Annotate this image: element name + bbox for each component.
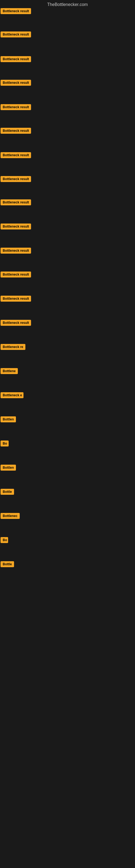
bottleneck-badge-22: Bottlenec <box>1 513 20 519</box>
bottleneck-result-4: Bottleneck result <box>1 80 31 87</box>
bottleneck-badge-17: Bottleneck e <box>1 392 24 398</box>
bottleneck-badge-2: Bottleneck result <box>1 31 31 37</box>
site-title: TheBottlenecker.com <box>0 0 135 8</box>
bottleneck-result-19: Bo <box>1 440 9 447</box>
bottleneck-result-18: Bottlen <box>1 416 16 424</box>
bottleneck-result-2: Bottleneck result <box>1 31 31 38</box>
bottleneck-result-1: Bottleneck result <box>1 8 31 15</box>
bottleneck-badge-11: Bottleneck result <box>1 248 31 254</box>
bottleneck-badge-4: Bottleneck result <box>1 80 31 86</box>
bottleneck-result-16: Bottlene <box>1 368 18 375</box>
bottleneck-result-21: Bottle <box>1 489 14 496</box>
bottleneck-result-17: Bottleneck e <box>1 392 24 399</box>
bottleneck-result-6: Bottleneck result <box>1 128 31 135</box>
bottleneck-badge-7: Bottleneck result <box>1 152 31 158</box>
bottleneck-result-14: Bottleneck result <box>1 320 31 327</box>
bottleneck-badge-13: Bottleneck result <box>1 296 31 302</box>
bottleneck-result-11: Bottleneck result <box>1 248 31 255</box>
bottleneck-result-23: Bo <box>1 537 8 544</box>
bottleneck-badge-3: Bottleneck result <box>1 56 31 62</box>
bottleneck-result-20: Bottlen <box>1 465 16 472</box>
bottleneck-result-9: Bottleneck result <box>1 199 31 207</box>
bottleneck-result-7: Bottleneck result <box>1 152 31 159</box>
bottleneck-badge-18: Bottlen <box>1 416 16 422</box>
bottleneck-badge-24: Bottle <box>1 561 14 567</box>
bottleneck-badge-14: Bottleneck result <box>1 320 31 326</box>
bottleneck-result-12: Bottleneck result <box>1 272 31 279</box>
bottleneck-badge-15: Bottleneck re <box>1 344 26 350</box>
bottleneck-badge-21: Bottle <box>1 489 14 495</box>
bottleneck-badge-5: Bottleneck result <box>1 104 31 110</box>
bottleneck-result-5: Bottleneck result <box>1 104 31 111</box>
bottleneck-result-10: Bottleneck result <box>1 223 31 230</box>
bottleneck-badge-23: Bo <box>1 537 8 543</box>
bottleneck-result-24: Bottle <box>1 561 14 568</box>
site-header: TheBottlenecker.com <box>0 0 135 8</box>
bottleneck-badge-19: Bo <box>1 440 9 446</box>
bottleneck-result-15: Bottleneck re <box>1 344 26 351</box>
bottleneck-badge-10: Bottleneck result <box>1 223 31 229</box>
bottleneck-result-22: Bottlenec <box>1 513 20 520</box>
bottleneck-badge-16: Bottlene <box>1 368 18 374</box>
bottleneck-badge-9: Bottleneck result <box>1 199 31 205</box>
bottleneck-badge-12: Bottleneck result <box>1 272 31 278</box>
bottleneck-badge-20: Bottlen <box>1 465 16 471</box>
results-container: Bottleneck resultBottleneck resultBottle… <box>0 8 135 849</box>
bottleneck-badge-6: Bottleneck result <box>1 128 31 134</box>
bottleneck-badge-1: Bottleneck result <box>1 8 31 14</box>
bottleneck-badge-8: Bottleneck result <box>1 176 31 182</box>
bottleneck-result-3: Bottleneck result <box>1 56 31 63</box>
bottleneck-result-13: Bottleneck result <box>1 296 31 303</box>
bottleneck-result-8: Bottleneck result <box>1 176 31 183</box>
